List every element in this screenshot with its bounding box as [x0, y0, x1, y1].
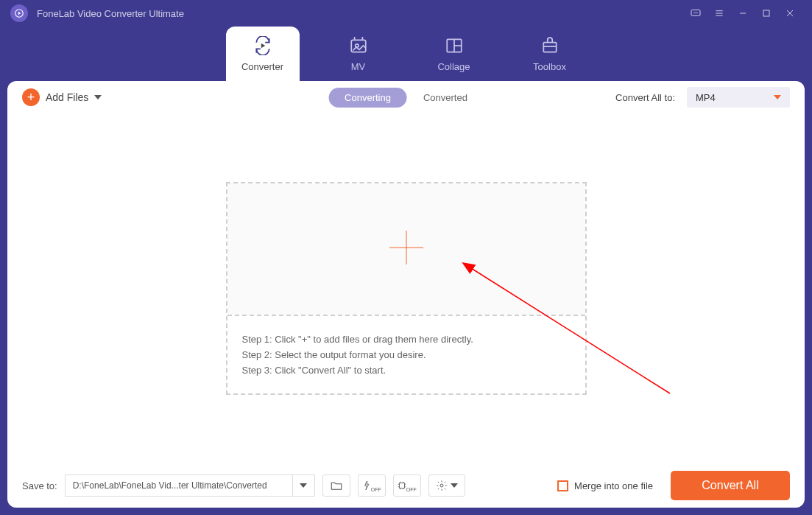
svg-rect-10: [763, 10, 769, 16]
tab-mv[interactable]: MV: [322, 27, 395, 81]
svg-point-34: [440, 484, 443, 487]
tab-label: Toolbox: [533, 61, 566, 72]
save-path-value: D:\FoneLab\FoneLab Vid...ter Ultimate\Co…: [73, 480, 267, 491]
save-to-label: Save to:: [22, 480, 57, 491]
status-segmented: Converting Converted: [328, 88, 484, 108]
svg-rect-25: [399, 483, 404, 488]
svg-point-4: [696, 13, 696, 13]
toolbar: + Add Files Converting Converted Convert…: [7, 81, 805, 113]
svg-marker-1: [18, 12, 21, 15]
bottom-bar: Save to: D:\FoneLab\FoneLab Vid...ter Ul…: [7, 463, 805, 508]
minimize-icon[interactable]: [731, 1, 755, 25]
save-path-field[interactable]: D:\FoneLab\FoneLab Vid...ter Ultimate\Co…: [65, 474, 293, 497]
convert-all-to-label: Convert All to:: [615, 92, 675, 103]
hw-accel-button[interactable]: OFF: [393, 474, 421, 497]
svg-marker-13: [261, 43, 264, 48]
svg-point-5: [697, 13, 698, 13]
step-1: Step 1: Click "+" to add files or drag t…: [242, 334, 571, 345]
gpu-accel-button[interactable]: OFF: [358, 474, 386, 497]
plus-icon: [388, 229, 425, 269]
svg-rect-19: [543, 42, 556, 52]
feedback-icon[interactable]: [684, 1, 707, 25]
tab-label: Converter: [241, 61, 283, 72]
seg-converting[interactable]: Converting: [328, 88, 407, 108]
chevron-down-icon: [774, 95, 781, 99]
dropzone-add-area[interactable]: [227, 183, 585, 315]
seg-converted[interactable]: Converted: [407, 88, 484, 108]
close-icon[interactable]: [778, 1, 802, 25]
add-files-label: Add Files: [46, 91, 88, 103]
main-panel: + Add Files Converting Converted Convert…: [7, 81, 805, 508]
plus-icon: +: [22, 88, 40, 106]
svg-point-3: [694, 13, 695, 13]
menu-icon[interactable]: [707, 1, 731, 25]
convert-all-button[interactable]: Convert All: [671, 471, 790, 500]
step-2: Step 2: Select the output format you des…: [242, 349, 571, 360]
app-title: FoneLab Video Converter Ultimate: [37, 8, 684, 19]
merge-label: Merge into one file: [574, 480, 653, 491]
app-logo: [10, 4, 28, 22]
maximize-icon[interactable]: [755, 1, 778, 25]
tab-label: MV: [351, 61, 366, 72]
merge-checkbox[interactable]: Merge into one file: [557, 480, 653, 491]
workspace: Step 1: Click "+" to add files or drag t…: [7, 113, 805, 463]
open-folder-button[interactable]: [322, 474, 350, 497]
top-nav: Converter MV Collage Toolbox: [0, 27, 812, 81]
gpu-off-label: OFF: [371, 487, 381, 492]
instructions: Step 1: Click "+" to add files or drag t…: [227, 315, 585, 393]
settings-button[interactable]: [428, 474, 465, 497]
hw-off-label: OFF: [406, 487, 417, 492]
tab-toolbox[interactable]: Toolbox: [513, 27, 587, 81]
dropzone: Step 1: Click "+" to add files or drag t…: [226, 182, 587, 395]
chevron-down-icon: [451, 483, 458, 488]
tab-label: Collage: [437, 61, 470, 72]
checkbox-icon: [557, 480, 568, 491]
save-path-dropdown[interactable]: [293, 474, 315, 497]
format-select[interactable]: MP4: [687, 87, 790, 108]
chevron-down-icon: [94, 95, 102, 99]
tab-converter[interactable]: Converter: [226, 27, 300, 81]
tab-collage[interactable]: Collage: [417, 27, 491, 81]
chevron-down-icon: [300, 483, 307, 488]
titlebar: FoneLab Video Converter Ultimate: [0, 0, 812, 27]
format-selected-value: MP4: [696, 92, 716, 103]
add-files-button[interactable]: + Add Files: [22, 88, 102, 106]
step-3: Step 3: Click "Convert All" to start.: [242, 365, 571, 376]
